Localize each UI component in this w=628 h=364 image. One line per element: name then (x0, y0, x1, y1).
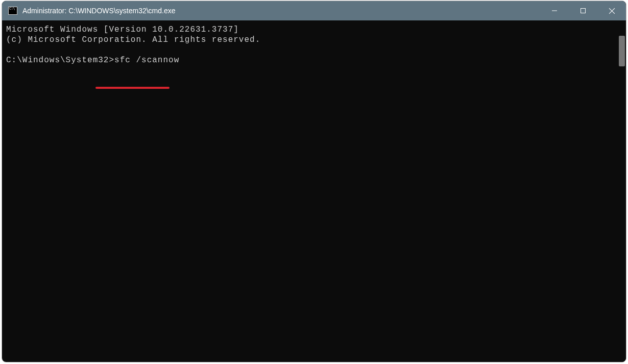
minimize-button[interactable] (540, 1, 569, 20)
console-area: Microsoft Windows [Version 10.0.22631.37… (2, 20, 626, 362)
close-button[interactable] (597, 1, 626, 20)
command-underline-annotation (95, 87, 170, 89)
typed-command: sfc /scannow (114, 56, 179, 65)
vertical-scrollbar[interactable] (617, 20, 626, 362)
cmd-icon (8, 7, 17, 15)
output-line-version: Microsoft Windows [Version 10.0.22631.37… (6, 25, 239, 34)
cmd-window: Administrator: C:\WINDOWS\system32\cmd.e… (2, 1, 626, 362)
close-icon (609, 8, 615, 14)
titlebar[interactable]: Administrator: C:\WINDOWS\system32\cmd.e… (2, 1, 626, 20)
prompt-line: C:\Windows\System32>sfc /scannow (6, 56, 179, 65)
window-title: Administrator: C:\WINDOWS\system32\cmd.e… (22, 7, 176, 15)
minimize-icon (551, 8, 558, 14)
maximize-button[interactable] (569, 1, 597, 20)
maximize-icon (580, 8, 586, 14)
svg-rect-1 (581, 9, 586, 13)
console-output[interactable]: Microsoft Windows [Version 10.0.22631.37… (2, 20, 617, 362)
prompt-path: C:\Windows\System32> (6, 56, 114, 65)
scrollbar-thumb[interactable] (619, 36, 625, 66)
output-line-copyright: (c) Microsoft Corporation. All rights re… (6, 35, 260, 44)
